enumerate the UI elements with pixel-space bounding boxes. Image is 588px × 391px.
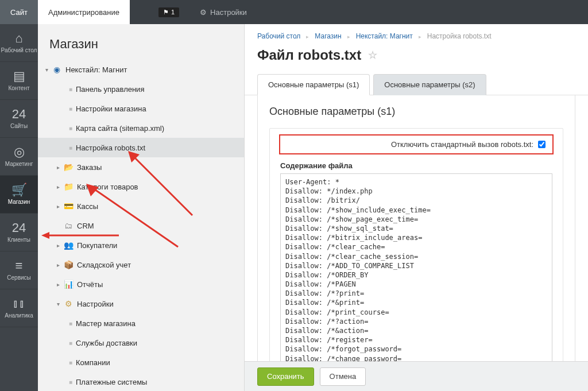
tab-site[interactable]: Сайт [0, 0, 38, 24]
tab-notifications[interactable]: ⚑1 [148, 0, 189, 24]
tab-admin[interactable]: Администрирование [38, 0, 130, 24]
gear-icon: ⚙ [200, 8, 207, 17]
flag-icon: ⚑ [163, 9, 169, 16]
top-bar: Сайт Администрирование ⚑1 ⚙ Настройки [0, 0, 588, 24]
settings-label: Настройки [210, 8, 247, 17]
tab-settings-top[interactable]: ⚙ Настройки [189, 0, 257, 24]
notification-count: 1 [171, 9, 175, 16]
